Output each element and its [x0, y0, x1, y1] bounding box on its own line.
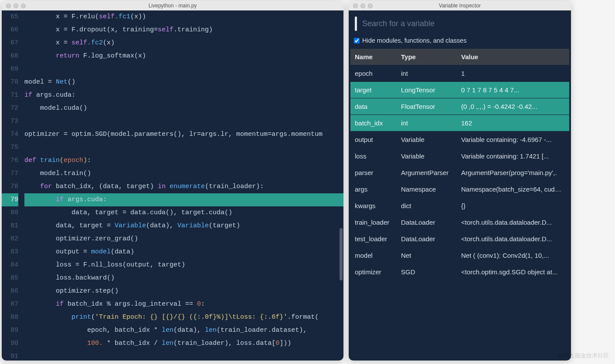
- code-line[interactable]: return F.log_softmax(x): [24, 50, 343, 63]
- cell-type: LongTensor: [397, 82, 457, 98]
- table-row[interactable]: dataFloatTensor(0 ,0 ,.,.) = -0.4242 -0.…: [350, 98, 569, 115]
- code-line[interactable]: loss = F.nll_loss(output, target): [24, 259, 343, 272]
- cell-name: batch_idx: [350, 115, 397, 131]
- code-line[interactable]: [24, 350, 343, 361]
- table-row[interactable]: targetLongTensor0 7 1 7 8 7 5 4 4 7...: [350, 82, 569, 98]
- search-wrap: [349, 10, 571, 35]
- code-line[interactable]: data, target = data.cuda(), target.cuda(…: [24, 206, 343, 219]
- cell-name: loss: [350, 148, 397, 164]
- cell-value: <torch.utils.data.dataloader.D...: [457, 214, 569, 230]
- line-number: 86: [2, 285, 18, 298]
- code-line[interactable]: x = F.relu(self.fc1(x)): [24, 10, 343, 24]
- table-row[interactable]: parserArgumentParserArgumentParser(prog=…: [350, 165, 569, 181]
- cell-name: optimizer: [350, 264, 397, 280]
- code-line[interactable]: for batch_idx, (data, target) in enumera…: [24, 180, 343, 193]
- hide-checkbox[interactable]: [354, 38, 360, 44]
- code-line[interactable]: optimizer.step(): [24, 285, 343, 298]
- table-row[interactable]: lossVariableVariable containing: 1.7421 …: [350, 148, 569, 164]
- col-type[interactable]: Type: [397, 49, 457, 65]
- cell-value: (0 ,0 ,.,.) = -0.4242 -0.42...: [457, 98, 569, 115]
- scrollbar-thumb[interactable]: [340, 228, 343, 280]
- code-area[interactable]: x = F.relu(self.fc1(x)) x = F.dropout(x,…: [23, 10, 343, 361]
- code-line[interactable]: model.cuda(): [24, 102, 343, 115]
- code-line[interactable]: loss.backward(): [24, 272, 343, 285]
- code-line[interactable]: data, target = Variable(data), Variable(…: [24, 219, 343, 233]
- search-input[interactable]: [362, 17, 565, 31]
- line-number: 77: [2, 167, 18, 180]
- line-number: 76: [2, 154, 18, 167]
- line-number: 75: [2, 141, 18, 154]
- code-line[interactable]: output = model(data): [24, 246, 343, 259]
- minimize-icon[interactable]: [14, 3, 18, 8]
- line-number: 68: [2, 50, 18, 63]
- code-line[interactable]: if batch_idx % args.log_interval == 0:: [24, 298, 343, 311]
- code-editor[interactable]: 6566676869707172737475767778798081828384…: [2, 10, 343, 361]
- cell-name: output: [350, 131, 397, 148]
- code-line[interactable]: x = self.fc2(x): [24, 37, 343, 50]
- code-line[interactable]: print('Train Epoch: {} [{}/{} ({:.0f}%)]…: [24, 311, 343, 324]
- line-number: 67: [2, 37, 18, 50]
- hide-label[interactable]: Hide modules, functions, and classes: [362, 37, 466, 44]
- table-row[interactable]: optimizerSGD<torch.optim.sgd.SGD object …: [350, 264, 569, 280]
- code-line[interactable]: [24, 115, 343, 128]
- code-line[interactable]: model.train(): [24, 167, 343, 180]
- cell-value: Variable containing: 1.7421 [...: [457, 148, 569, 164]
- table-row[interactable]: train_loaderDataLoader<torch.utils.data.…: [350, 214, 569, 230]
- line-number: 69: [2, 63, 18, 76]
- code-line[interactable]: [24, 141, 343, 154]
- cell-type: SGD: [397, 264, 457, 280]
- table-row[interactable]: modelNetNet ( (conv1): Conv2d(1, 10,...: [350, 247, 569, 263]
- cell-type: ArgumentParser: [397, 165, 457, 181]
- line-number: 71: [2, 89, 18, 102]
- inspector-window: Variable Inspector Hide modules, functio…: [349, 1, 571, 361]
- cell-value: Variable containing: -4.6967 -...: [457, 131, 569, 148]
- cell-name: data: [350, 98, 397, 115]
- window-controls: [349, 3, 373, 8]
- inspector-titlebar[interactable]: Variable Inspector: [349, 1, 571, 10]
- code-line[interactable]: [24, 63, 343, 76]
- table-row[interactable]: outputVariableVariable containing: -4.69…: [350, 131, 569, 148]
- cell-name: model: [350, 247, 397, 263]
- code-line[interactable]: x = F.dropout(x, training=self.training): [24, 24, 343, 37]
- table-row[interactable]: epochint1: [350, 65, 569, 81]
- cell-name: train_loader: [350, 214, 397, 230]
- close-icon[interactable]: [353, 3, 358, 8]
- minimize-icon[interactable]: [360, 3, 365, 8]
- zoom-icon[interactable]: [368, 3, 373, 8]
- hide-row: Hide modules, functions, and classes: [349, 35, 571, 48]
- watermark: @稀土掘金技术社区: [558, 352, 609, 360]
- col-name[interactable]: Name: [350, 49, 397, 65]
- code-line[interactable]: def train(epoch):: [24, 154, 343, 167]
- code-titlebar[interactable]: Livepython - main.py: [2, 1, 343, 10]
- cell-value: Namespace(batch_size=64, cuda=...: [457, 181, 569, 197]
- cell-value: <torch.optim.sgd.SGD object at...: [457, 264, 569, 280]
- code-line[interactable]: if args.cuda:: [24, 89, 343, 102]
- code-line[interactable]: model = Net(): [24, 76, 343, 89]
- table-row[interactable]: kwargsdict{}: [350, 198, 569, 214]
- table-row[interactable]: test_loaderDataLoader<torch.utils.data.d…: [350, 231, 569, 247]
- cell-type: dict: [397, 198, 457, 214]
- cell-value: 162: [457, 115, 569, 131]
- line-number: 80: [2, 206, 18, 219]
- line-number: 88: [2, 311, 18, 324]
- cell-type: Variable: [397, 131, 457, 148]
- table-row[interactable]: batch_idxint162: [350, 115, 569, 131]
- code-line[interactable]: optimizer.zero_grad(): [24, 233, 343, 246]
- cell-type: DataLoader: [397, 214, 457, 230]
- cell-name: args: [350, 181, 397, 197]
- zoom-icon[interactable]: [21, 3, 26, 8]
- code-window: Livepython - main.py 6566676869707172737…: [2, 1, 343, 361]
- line-number: 79: [2, 193, 18, 206]
- line-number: 87: [2, 298, 18, 311]
- table-row[interactable]: argsNamespaceNamespace(batch_size=64, cu…: [350, 181, 569, 197]
- code-line[interactable]: if args.cuda:: [24, 193, 343, 206]
- code-line[interactable]: optimizer = optim.SGD(model.parameters()…: [24, 128, 343, 141]
- line-number: 82: [2, 233, 18, 246]
- close-icon[interactable]: [6, 3, 11, 8]
- code-line[interactable]: 100. * batch_idx / len(train_loader), lo…: [24, 337, 343, 350]
- code-line[interactable]: epoch, batch_idx * len(data), len(train_…: [24, 324, 343, 337]
- col-value[interactable]: Value: [457, 49, 569, 65]
- code-window-title: Livepython - main.py: [2, 3, 343, 9]
- line-number: 73: [2, 115, 18, 128]
- cell-type: int: [397, 65, 457, 81]
